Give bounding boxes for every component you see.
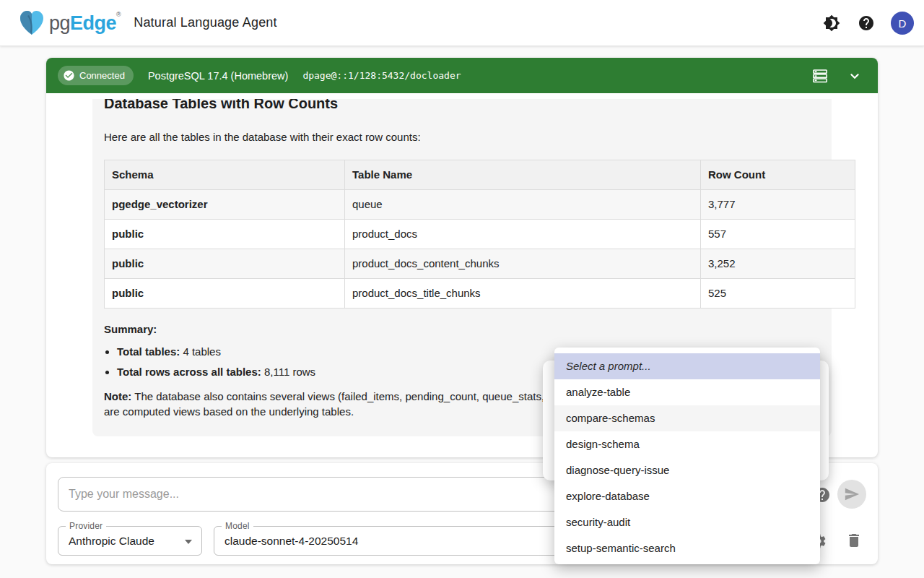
user-avatar[interactable]: D xyxy=(891,12,914,35)
table-row: publicproduct_docs_title_chunks525 xyxy=(105,279,855,309)
connection-actions xyxy=(810,58,865,93)
connection-status-text: Connected xyxy=(79,70,125,81)
summary-label: Summary: xyxy=(104,323,820,335)
help-button[interactable] xyxy=(856,13,876,33)
schema-cell: public xyxy=(105,249,345,279)
connection-string: dpage@::1/128:5432/docloader xyxy=(302,70,461,81)
row-count-cell: 557 xyxy=(701,220,855,249)
server-version: PostgreSQL 17.4 (Homebrew) xyxy=(148,70,289,82)
prompt-menu-placeholder[interactable]: Select a prompt... xyxy=(554,353,820,379)
header-actions: D xyxy=(821,0,914,46)
pgedge-logo: pgEdge® xyxy=(16,9,121,38)
send-icon xyxy=(844,486,860,502)
table-row: publicproduct_docs_content_chunks3,252 xyxy=(105,249,855,279)
table-column-header: Schema xyxy=(105,160,345,190)
page-title: Natural Language Agent xyxy=(134,15,277,30)
message-intro: Here are all the tables in the database … xyxy=(104,129,820,144)
prompt-menu-item[interactable]: security-audit xyxy=(554,509,820,535)
prompt-menu-item[interactable]: explore-database xyxy=(554,483,820,509)
connection-status-badge: Connected xyxy=(58,66,134,85)
prompt-menu: Select a prompt...analyze-tablecompare-s… xyxy=(554,348,820,564)
model-label: Model xyxy=(222,521,253,531)
results-table: SchemaTable NameRow Count pgedge_vectori… xyxy=(104,160,855,309)
select-arrow-icon xyxy=(185,540,192,544)
prompt-menu-item[interactable]: analyze-table xyxy=(554,379,820,405)
prompt-menu-item[interactable]: design-schema xyxy=(554,431,820,457)
send-button[interactable] xyxy=(837,480,866,509)
provider-label: Provider xyxy=(66,521,106,531)
prompt-menu-item[interactable]: diagnose-query-issue xyxy=(554,457,820,483)
connection-expand-button[interactable] xyxy=(845,66,865,86)
pgedge-logo-icon xyxy=(16,9,48,38)
app-header: pgEdge® Natural Language Agent D xyxy=(0,0,924,46)
provider-select[interactable]: Provider Anthropic Claude xyxy=(58,526,202,556)
row-count-cell: 525 xyxy=(701,279,855,309)
clear-chat-button[interactable] xyxy=(845,532,863,551)
brightness-icon xyxy=(823,14,840,32)
table-row: pgedge_vectorizerqueue3,777 xyxy=(105,190,855,220)
table-name-cell: product_docs_title_chunks xyxy=(345,279,701,309)
check-circle-icon xyxy=(63,69,75,82)
results-table-body: pgedge_vectorizerqueue3,777publicproduct… xyxy=(105,190,855,309)
table-name-cell: product_docs_content_chunks xyxy=(345,249,701,279)
table-name-cell: queue xyxy=(345,190,701,220)
schema-cell: pgedge_vectorizer xyxy=(105,190,345,220)
storage-icon xyxy=(812,68,828,84)
row-count-cell: 3,252 xyxy=(701,249,855,279)
table-name-cell: product_docs xyxy=(345,220,701,249)
prompt-menu-item[interactable]: compare-schemas xyxy=(554,405,820,431)
schema-cell: public xyxy=(105,220,345,249)
table-row: publicproduct_docs557 xyxy=(105,220,855,249)
table-column-header: Row Count xyxy=(701,160,855,190)
table-column-header: Table Name xyxy=(345,160,701,190)
row-count-cell: 3,777 xyxy=(701,190,855,220)
theme-toggle-button[interactable] xyxy=(821,13,842,33)
help-icon xyxy=(858,14,875,32)
table-header-row: SchemaTable NameRow Count xyxy=(105,160,855,190)
chevron-down-icon xyxy=(847,68,863,84)
prompt-menu-item[interactable]: setup-semantic-search xyxy=(554,535,820,561)
schema-cell: public xyxy=(105,279,345,309)
message-heading: Database Tables with Row Counts xyxy=(104,99,820,113)
connection-bar: Connected PostgreSQL 17.4 (Homebrew) dpa… xyxy=(46,58,878,93)
trash-icon xyxy=(845,532,863,549)
connection-list-button[interactable] xyxy=(810,66,830,86)
pgedge-logo-text: pgEdge® xyxy=(49,11,121,35)
